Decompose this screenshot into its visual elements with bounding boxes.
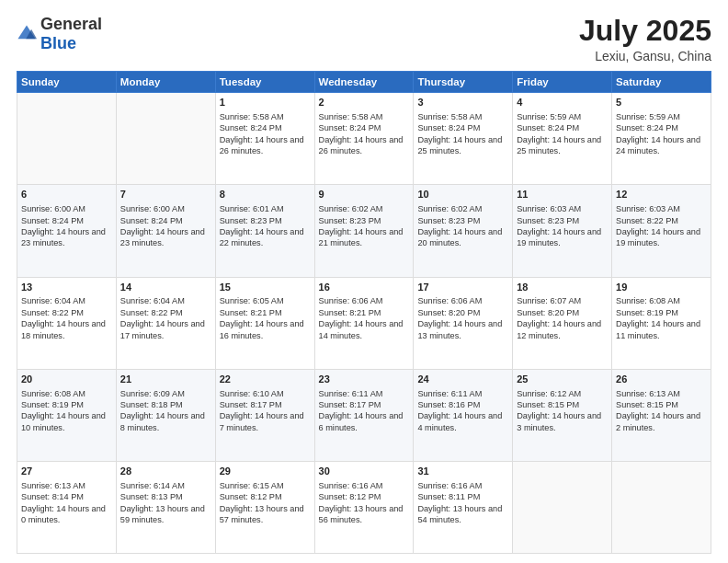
- calendar-cell: 23Sunrise: 6:11 AMSunset: 8:17 PMDayligh…: [314, 369, 414, 461]
- calendar-cell: 26Sunrise: 6:13 AMSunset: 8:15 PMDayligh…: [612, 369, 711, 461]
- day-number: 26: [616, 373, 707, 386]
- day-number: 5: [616, 96, 707, 109]
- calendar-cell: 31Sunrise: 6:16 AMSunset: 8:11 PMDayligh…: [414, 461, 513, 553]
- day-number: 25: [517, 373, 608, 386]
- day-number: 27: [21, 465, 112, 478]
- day-number: 24: [417, 373, 508, 386]
- day-number: 6: [21, 188, 112, 201]
- daylight-text: Daylight: 14 hours and 4 minutes.: [417, 411, 502, 431]
- day-number: 11: [517, 188, 608, 201]
- sunset-text: Sunset: 8:13 PM: [120, 492, 183, 501]
- day-number: 4: [517, 96, 608, 109]
- calendar-cell: [612, 461, 711, 553]
- sunrise-text: Sunrise: 5:58 AM: [319, 112, 383, 121]
- header: General Blue July 2025 Lexiu, Gansu, Chi…: [17, 15, 711, 63]
- sunset-text: Sunset: 8:24 PM: [417, 123, 480, 132]
- day-number: 22: [220, 373, 311, 386]
- day-number: 3: [417, 96, 508, 109]
- daylight-text: Daylight: 14 hours and 6 minutes.: [319, 411, 404, 431]
- sunset-text: Sunset: 8:17 PM: [319, 400, 381, 409]
- calendar-cell: 15Sunrise: 6:05 AMSunset: 8:21 PMDayligh…: [215, 277, 314, 369]
- calendar-cell: [17, 93, 117, 185]
- calendar-week-5: 27Sunrise: 6:13 AMSunset: 8:14 PMDayligh…: [17, 461, 711, 553]
- sunrise-text: Sunrise: 6:03 AM: [517, 204, 581, 213]
- daylight-text: Daylight: 14 hours and 25 minutes.: [517, 135, 601, 155]
- calendar-cell: 25Sunrise: 6:12 AMSunset: 8:15 PMDayligh…: [513, 369, 612, 461]
- sunrise-text: Sunrise: 6:06 AM: [319, 296, 383, 305]
- sunset-text: Sunset: 8:14 PM: [21, 492, 84, 501]
- sunset-text: Sunset: 8:23 PM: [417, 216, 480, 225]
- sunrise-text: Sunrise: 6:07 AM: [517, 296, 581, 305]
- sunset-text: Sunset: 8:18 PM: [120, 400, 183, 409]
- daylight-text: Daylight: 14 hours and 14 minutes.: [319, 319, 404, 339]
- day-number: 28: [120, 465, 211, 478]
- title-block: July 2025 Lexiu, Gansu, China: [579, 15, 711, 63]
- weekday-header-monday: Monday: [116, 72, 215, 93]
- daylight-text: Daylight: 14 hours and 2 minutes.: [616, 411, 700, 431]
- daylight-text: Daylight: 14 hours and 26 minutes.: [319, 135, 404, 155]
- sunrise-text: Sunrise: 6:11 AM: [417, 389, 482, 398]
- weekday-header-saturday: Saturday: [612, 72, 711, 93]
- daylight-text: Daylight: 14 hours and 0 minutes.: [21, 504, 106, 524]
- sunset-text: Sunset: 8:20 PM: [417, 308, 480, 317]
- calendar-cell: 14Sunrise: 6:04 AMSunset: 8:22 PMDayligh…: [116, 277, 215, 369]
- sunset-text: Sunset: 8:21 PM: [220, 308, 282, 317]
- calendar-cell: 11Sunrise: 6:03 AMSunset: 8:23 PMDayligh…: [513, 185, 612, 277]
- sunset-text: Sunset: 8:24 PM: [120, 216, 183, 225]
- calendar-cell: 19Sunrise: 6:08 AMSunset: 8:19 PMDayligh…: [612, 277, 711, 369]
- daylight-text: Daylight: 14 hours and 21 minutes.: [319, 227, 404, 247]
- sunset-text: Sunset: 8:24 PM: [21, 216, 84, 225]
- sunset-text: Sunset: 8:16 PM: [417, 400, 480, 409]
- logo-icon: [17, 24, 37, 44]
- sunrise-text: Sunrise: 6:14 AM: [120, 481, 185, 490]
- calendar-cell: [116, 93, 215, 185]
- calendar-cell: 1Sunrise: 5:58 AMSunset: 8:24 PMDaylight…: [215, 93, 314, 185]
- daylight-text: Daylight: 14 hours and 24 minutes.: [616, 135, 700, 155]
- sunrise-text: Sunrise: 6:04 AM: [21, 296, 85, 305]
- calendar-cell: 3Sunrise: 5:58 AMSunset: 8:24 PMDaylight…: [414, 93, 513, 185]
- day-number: 1: [220, 96, 311, 109]
- calendar-cell: 2Sunrise: 5:58 AMSunset: 8:24 PMDaylight…: [314, 93, 414, 185]
- daylight-text: Daylight: 14 hours and 22 minutes.: [220, 227, 304, 247]
- day-number: 8: [220, 188, 311, 201]
- weekday-header-row: SundayMondayTuesdayWednesdayThursdayFrid…: [17, 72, 711, 93]
- calendar-week-2: 6Sunrise: 6:00 AMSunset: 8:24 PMDaylight…: [17, 185, 711, 277]
- location-title: Lexiu, Gansu, China: [579, 49, 711, 63]
- day-number: 19: [616, 281, 707, 294]
- day-number: 30: [319, 465, 410, 478]
- sunset-text: Sunset: 8:23 PM: [220, 216, 282, 225]
- sunset-text: Sunset: 8:23 PM: [319, 216, 381, 225]
- daylight-text: Daylight: 14 hours and 8 minutes.: [120, 411, 205, 431]
- calendar-week-4: 20Sunrise: 6:08 AMSunset: 8:19 PMDayligh…: [17, 369, 711, 461]
- sunrise-text: Sunrise: 6:05 AM: [220, 296, 284, 305]
- daylight-text: Daylight: 14 hours and 17 minutes.: [120, 319, 205, 339]
- daylight-text: Daylight: 14 hours and 7 minutes.: [220, 411, 304, 431]
- daylight-text: Daylight: 14 hours and 20 minutes.: [417, 227, 502, 247]
- weekday-header-sunday: Sunday: [17, 72, 117, 93]
- sunrise-text: Sunrise: 6:04 AM: [120, 296, 185, 305]
- sunrise-text: Sunrise: 6:13 AM: [21, 481, 85, 490]
- day-number: 20: [21, 373, 112, 386]
- weekday-header-tuesday: Tuesday: [215, 72, 314, 93]
- calendar-cell: 22Sunrise: 6:10 AMSunset: 8:17 PMDayligh…: [215, 369, 314, 461]
- sunset-text: Sunset: 8:15 PM: [517, 400, 579, 409]
- day-number: 18: [517, 281, 608, 294]
- sunrise-text: Sunrise: 6:10 AM: [220, 389, 284, 398]
- sunrise-text: Sunrise: 6:06 AM: [417, 296, 482, 305]
- sunrise-text: Sunrise: 6:15 AM: [220, 481, 284, 490]
- sunset-text: Sunset: 8:24 PM: [616, 123, 678, 132]
- day-number: 17: [417, 281, 508, 294]
- daylight-text: Daylight: 14 hours and 12 minutes.: [517, 319, 601, 339]
- sunrise-text: Sunrise: 6:09 AM: [120, 389, 185, 398]
- sunrise-text: Sunrise: 6:02 AM: [319, 204, 383, 213]
- day-number: 15: [220, 281, 311, 294]
- day-number: 29: [220, 465, 311, 478]
- calendar-cell: 20Sunrise: 6:08 AMSunset: 8:19 PMDayligh…: [17, 369, 117, 461]
- day-number: 9: [319, 188, 410, 201]
- calendar-cell: 12Sunrise: 6:03 AMSunset: 8:22 PMDayligh…: [612, 185, 711, 277]
- day-number: 21: [120, 373, 211, 386]
- calendar-cell: 30Sunrise: 6:16 AMSunset: 8:12 PMDayligh…: [314, 461, 414, 553]
- sunset-text: Sunset: 8:21 PM: [319, 308, 381, 317]
- calendar-table: SundayMondayTuesdayWednesdayThursdayFrid…: [17, 71, 711, 554]
- calendar-cell: 17Sunrise: 6:06 AMSunset: 8:20 PMDayligh…: [414, 277, 513, 369]
